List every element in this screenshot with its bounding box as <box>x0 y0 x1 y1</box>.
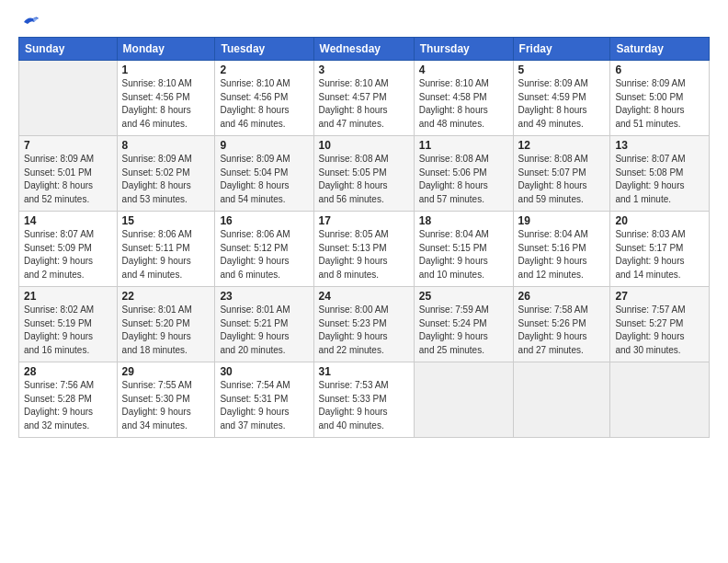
day-number: 12 <box>518 139 606 152</box>
calendar-cell: 5Sunrise: 8:09 AM Sunset: 4:59 PM Daylig… <box>513 61 610 136</box>
logo <box>18 17 40 29</box>
day-info: Sunrise: 8:04 AM Sunset: 5:15 PM Dayligh… <box>419 228 508 282</box>
day-info: Sunrise: 7:58 AM Sunset: 5:26 PM Dayligh… <box>518 304 606 357</box>
day-number: 18 <box>419 214 508 227</box>
day-info: Sunrise: 8:02 AM Sunset: 5:19 PM Dayligh… <box>24 304 112 357</box>
calendar-cell: 22Sunrise: 8:01 AM Sunset: 5:20 PM Dayli… <box>117 287 215 362</box>
calendar-cell: 18Sunrise: 8:04 AM Sunset: 5:15 PM Dayli… <box>414 212 513 287</box>
calendar-cell: 16Sunrise: 8:06 AM Sunset: 5:12 PM Dayli… <box>215 212 313 287</box>
calendar-cell <box>19 61 118 136</box>
day-info: Sunrise: 8:01 AM Sunset: 5:20 PM Dayligh… <box>122 304 210 357</box>
calendar-cell: 24Sunrise: 8:00 AM Sunset: 5:23 PM Dayli… <box>313 287 414 362</box>
day-info: Sunrise: 8:08 AM Sunset: 5:07 PM Dayligh… <box>518 153 606 206</box>
day-info: Sunrise: 8:09 AM Sunset: 5:01 PM Dayligh… <box>24 153 112 206</box>
weekday-monday: Monday <box>117 38 215 61</box>
calendar-header: SundayMondayTuesdayWednesdayThursdayFrid… <box>19 38 710 61</box>
calendar-cell: 6Sunrise: 8:09 AM Sunset: 5:00 PM Daylig… <box>610 61 710 136</box>
day-number: 27 <box>615 290 704 303</box>
day-number: 11 <box>419 139 508 152</box>
calendar-cell: 31Sunrise: 7:53 AM Sunset: 5:33 PM Dayli… <box>313 362 414 438</box>
day-number: 10 <box>319 139 409 152</box>
calendar-cell: 17Sunrise: 8:05 AM Sunset: 5:13 PM Dayli… <box>313 212 414 287</box>
week-row-4: 21Sunrise: 8:02 AM Sunset: 5:19 PM Dayli… <box>19 287 710 362</box>
day-number: 17 <box>319 214 409 227</box>
day-number: 29 <box>122 365 210 378</box>
calendar-cell: 11Sunrise: 8:08 AM Sunset: 5:06 PM Dayli… <box>414 136 513 212</box>
day-info: Sunrise: 8:09 AM Sunset: 5:02 PM Dayligh… <box>122 153 210 206</box>
day-number: 6 <box>615 63 704 76</box>
day-info: Sunrise: 8:10 AM Sunset: 4:56 PM Dayligh… <box>220 77 308 131</box>
day-info: Sunrise: 8:00 AM Sunset: 5:23 PM Dayligh… <box>319 304 409 357</box>
calendar-cell: 21Sunrise: 8:02 AM Sunset: 5:19 PM Dayli… <box>19 287 118 362</box>
calendar-cell: 15Sunrise: 8:06 AM Sunset: 5:11 PM Dayli… <box>117 212 215 287</box>
day-info: Sunrise: 8:06 AM Sunset: 5:12 PM Dayligh… <box>220 228 308 282</box>
calendar-cell: 19Sunrise: 8:04 AM Sunset: 5:16 PM Dayli… <box>513 212 610 287</box>
day-info: Sunrise: 8:08 AM Sunset: 5:06 PM Dayligh… <box>419 153 508 206</box>
day-number: 9 <box>220 139 308 152</box>
day-info: Sunrise: 8:09 AM Sunset: 5:00 PM Dayligh… <box>615 77 704 131</box>
weekday-wednesday: Wednesday <box>313 38 414 61</box>
day-number: 19 <box>518 214 606 227</box>
day-number: 20 <box>615 214 704 227</box>
day-number: 26 <box>518 290 606 303</box>
day-info: Sunrise: 7:55 AM Sunset: 5:30 PM Dayligh… <box>122 379 210 432</box>
day-info: Sunrise: 8:09 AM Sunset: 4:59 PM Dayligh… <box>518 77 606 131</box>
calendar: SundayMondayTuesdayWednesdayThursdayFrid… <box>18 37 710 438</box>
calendar-cell: 28Sunrise: 7:56 AM Sunset: 5:28 PM Dayli… <box>19 362 118 438</box>
day-number: 21 <box>24 290 112 303</box>
day-number: 7 <box>24 139 112 152</box>
calendar-cell: 7Sunrise: 8:09 AM Sunset: 5:01 PM Daylig… <box>19 136 118 212</box>
day-number: 25 <box>419 290 508 303</box>
day-info: Sunrise: 7:56 AM Sunset: 5:28 PM Dayligh… <box>24 379 112 432</box>
day-number: 31 <box>319 365 409 378</box>
calendar-cell: 20Sunrise: 8:03 AM Sunset: 5:17 PM Dayli… <box>610 212 710 287</box>
weekday-thursday: Thursday <box>414 38 513 61</box>
day-info: Sunrise: 8:10 AM Sunset: 4:56 PM Dayligh… <box>122 77 210 131</box>
weekday-sunday: Sunday <box>19 38 118 61</box>
day-number: 14 <box>24 214 112 227</box>
calendar-cell <box>610 362 710 438</box>
day-info: Sunrise: 8:03 AM Sunset: 5:17 PM Dayligh… <box>615 228 704 282</box>
calendar-cell: 9Sunrise: 8:09 AM Sunset: 5:04 PM Daylig… <box>215 136 313 212</box>
weekday-friday: Friday <box>513 38 610 61</box>
week-row-2: 7Sunrise: 8:09 AM Sunset: 5:01 PM Daylig… <box>19 136 710 212</box>
calendar-cell: 30Sunrise: 7:54 AM Sunset: 5:31 PM Dayli… <box>215 362 313 438</box>
day-info: Sunrise: 8:07 AM Sunset: 5:09 PM Dayligh… <box>24 228 112 282</box>
day-info: Sunrise: 7:54 AM Sunset: 5:31 PM Dayligh… <box>220 379 308 432</box>
day-info: Sunrise: 8:04 AM Sunset: 5:16 PM Dayligh… <box>518 228 606 282</box>
day-info: Sunrise: 8:01 AM Sunset: 5:21 PM Dayligh… <box>220 304 308 357</box>
weekday-header-row: SundayMondayTuesdayWednesdayThursdayFrid… <box>19 38 710 61</box>
day-number: 16 <box>220 214 308 227</box>
page: SundayMondayTuesdayWednesdayThursdayFrid… <box>0 0 728 563</box>
calendar-cell: 12Sunrise: 8:08 AM Sunset: 5:07 PM Dayli… <box>513 136 610 212</box>
day-number: 13 <box>615 139 704 152</box>
calendar-cell: 26Sunrise: 7:58 AM Sunset: 5:26 PM Dayli… <box>513 287 610 362</box>
day-number: 4 <box>419 63 508 76</box>
day-number: 15 <box>122 214 210 227</box>
calendar-cell: 23Sunrise: 8:01 AM Sunset: 5:21 PM Dayli… <box>215 287 313 362</box>
calendar-cell: 8Sunrise: 8:09 AM Sunset: 5:02 PM Daylig… <box>117 136 215 212</box>
day-number: 2 <box>220 63 308 76</box>
calendar-cell: 2Sunrise: 8:10 AM Sunset: 4:56 PM Daylig… <box>215 61 313 136</box>
calendar-body: 1Sunrise: 8:10 AM Sunset: 4:56 PM Daylig… <box>19 61 710 438</box>
week-row-3: 14Sunrise: 8:07 AM Sunset: 5:09 PM Dayli… <box>19 212 710 287</box>
day-number: 5 <box>518 63 606 76</box>
calendar-cell: 10Sunrise: 8:08 AM Sunset: 5:05 PM Dayli… <box>313 136 414 212</box>
day-number: 22 <box>122 290 210 303</box>
day-info: Sunrise: 8:10 AM Sunset: 4:57 PM Dayligh… <box>319 77 409 131</box>
day-number: 30 <box>220 365 308 378</box>
day-info: Sunrise: 8:07 AM Sunset: 5:08 PM Dayligh… <box>615 153 704 206</box>
day-info: Sunrise: 8:05 AM Sunset: 5:13 PM Dayligh… <box>319 228 409 282</box>
week-row-1: 1Sunrise: 8:10 AM Sunset: 4:56 PM Daylig… <box>19 61 710 136</box>
day-info: Sunrise: 8:06 AM Sunset: 5:11 PM Dayligh… <box>122 228 210 282</box>
weekday-saturday: Saturday <box>610 38 710 61</box>
day-info: Sunrise: 7:57 AM Sunset: 5:27 PM Dayligh… <box>615 304 704 357</box>
day-info: Sunrise: 7:59 AM Sunset: 5:24 PM Dayligh… <box>419 304 508 357</box>
day-number: 8 <box>122 139 210 152</box>
header <box>18 17 710 29</box>
day-number: 24 <box>319 290 409 303</box>
day-number: 3 <box>319 63 409 76</box>
calendar-cell: 25Sunrise: 7:59 AM Sunset: 5:24 PM Dayli… <box>414 287 513 362</box>
calendar-cell <box>414 362 513 438</box>
day-info: Sunrise: 8:09 AM Sunset: 5:04 PM Dayligh… <box>220 153 308 206</box>
